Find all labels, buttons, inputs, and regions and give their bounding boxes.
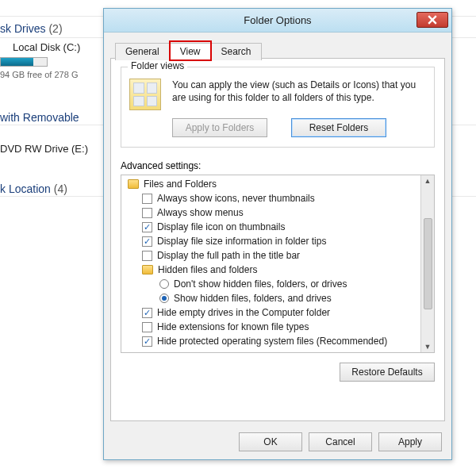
tree-node-label: Hide empty drives in the Computer folder <box>157 307 330 318</box>
tree-node-label: Hide protected operating system files (R… <box>157 336 387 347</box>
drives-group-count: (2) <box>48 22 62 35</box>
checkbox[interactable]: ✓ <box>142 236 152 247</box>
folder-icon <box>142 265 153 274</box>
folder-views-text: You can apply the view (such as Details … <box>172 79 426 104</box>
checkbox[interactable] <box>142 208 152 218</box>
dialog-button-row: OK Cancel Apply <box>239 432 442 451</box>
advanced-settings-tree[interactable]: Files and FoldersAlways show icons, neve… <box>121 175 435 353</box>
tab-bar: General View Search <box>115 42 262 60</box>
tree-node-label: Display file icon on thumbnails <box>157 221 285 232</box>
tree-node-label: Files and Folders <box>144 178 217 190</box>
tab-panel-view: Folder views You can apply the view (suc… <box>110 58 445 421</box>
apply-button[interactable]: Apply <box>378 432 442 451</box>
scroll-down-icon[interactable]: ▼ <box>424 343 432 351</box>
disk-usage-text: 94 GB free of 278 G <box>0 70 78 79</box>
tree-node-label: Hide extensions for known file types <box>157 321 309 332</box>
tree-node[interactable]: ✓Hide protected operating system files (… <box>125 334 420 348</box>
tab-search[interactable]: Search <box>211 43 262 60</box>
tree-node[interactable]: Display the full path in the title bar <box>125 248 420 263</box>
checkbox[interactable] <box>142 251 152 261</box>
folder-icon <box>128 179 139 189</box>
close-button[interactable] <box>416 12 448 28</box>
ok-button[interactable]: OK <box>239 432 302 451</box>
folder-views-groupbox: Folder views You can apply the view (suc… <box>121 67 435 148</box>
local-disk-label[interactable]: Local Disk (C:) <box>13 41 80 53</box>
folder-views-icon <box>129 79 161 110</box>
location-group-label: k Location <box>0 182 51 195</box>
radio[interactable] <box>159 294 169 303</box>
checkbox[interactable]: ✓ <box>142 222 152 232</box>
tree-node-label: Show hidden files, folders, and drives <box>174 293 332 304</box>
checkbox[interactable]: ✓ <box>142 308 152 318</box>
tab-view[interactable]: View <box>170 43 211 60</box>
checkbox[interactable]: ✓ <box>142 336 152 347</box>
tree-node[interactable]: ✓Hide empty drives in the Computer folde… <box>125 305 420 320</box>
restore-defaults-button[interactable]: Restore Defaults <box>340 363 435 382</box>
cancel-button[interactable]: Cancel <box>309 432 372 451</box>
tree-node-label: Always show icons, never thumbnails <box>157 193 315 204</box>
tree-node-label: Display the full path in the title bar <box>157 250 300 261</box>
scrollbar[interactable]: ▲ ▼ <box>420 175 434 352</box>
tree-node[interactable]: ✓Display file icon on thumbnails <box>125 220 420 234</box>
removable-group-label: with Removable <box>0 111 79 124</box>
tree-node: Files and Folders <box>125 177 420 191</box>
tree-node-label: Display file size information in folder … <box>157 236 326 247</box>
tree-node[interactable]: Hide extensions for known file types <box>125 320 420 334</box>
tree-node-label: Always show menus <box>157 207 244 218</box>
dialog-title: Folder Options <box>244 14 311 26</box>
tree-node-label: Don't show hidden files, folders, or dri… <box>174 278 347 290</box>
tree-node: Hidden files and folders <box>125 263 420 277</box>
dvd-drive-label[interactable]: DVD RW Drive (E:) <box>0 143 88 155</box>
tree-node[interactable]: Always show icons, never thumbnails <box>125 191 420 205</box>
apply-to-folders-button[interactable]: Apply to Folders <box>172 118 267 137</box>
tab-general[interactable]: General <box>115 43 170 60</box>
location-group-count: (4) <box>54 182 67 195</box>
drives-group-label: sk Drives <box>0 22 46 35</box>
advanced-settings-label: Advanced settings: <box>121 160 435 171</box>
tree-node[interactable]: ✓Display file size information in folder… <box>125 234 420 248</box>
tree-node[interactable]: Don't show hidden files, folders, or dri… <box>125 277 420 291</box>
checkbox[interactable] <box>142 194 152 204</box>
tree-node-label: Hidden files and folders <box>158 264 257 275</box>
checkbox[interactable] <box>142 322 152 332</box>
close-icon <box>428 15 437 25</box>
tree-node[interactable]: Always show menus <box>125 205 420 220</box>
dialog-titlebar[interactable]: Folder Options <box>104 9 451 33</box>
disk-usage-bar <box>0 57 48 67</box>
tree-node[interactable]: Show hidden files, folders, and drives <box>125 291 420 305</box>
reset-folders-button[interactable]: Reset Folders <box>291 118 386 137</box>
scroll-up-icon[interactable]: ▲ <box>424 177 432 185</box>
radio[interactable] <box>159 279 169 289</box>
folder-views-legend: Folder views <box>128 60 187 71</box>
scroll-thumb[interactable] <box>424 218 432 309</box>
folder-options-dialog: Folder Options General View Search Folde… <box>103 8 452 460</box>
